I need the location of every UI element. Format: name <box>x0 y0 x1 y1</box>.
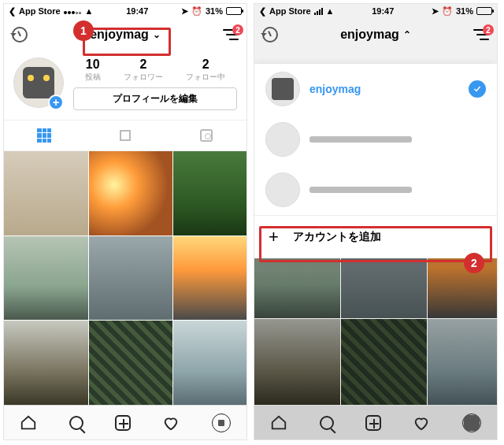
nav-search[interactable] <box>69 416 83 430</box>
location-icon: ➤ <box>432 6 439 17</box>
nav-profile[interactable] <box>212 413 231 432</box>
username-dropdown[interactable]: enjoymag ⌄ <box>90 28 161 42</box>
battery-pct: 31% <box>206 6 223 16</box>
battery-pct: 31% <box>456 6 473 16</box>
nav-profile[interactable] <box>462 413 481 432</box>
account-name: enjoymag <box>309 83 361 95</box>
feed-icon <box>120 130 131 141</box>
grid-icon <box>37 128 51 143</box>
status-bar: ❮ App Store ▲ 19:47 ➤ ⏰ 31% <box>4 4 246 18</box>
battery-icon <box>226 7 242 15</box>
plus-icon: + <box>269 227 279 247</box>
account-avatar <box>265 122 300 157</box>
profile-info: + 10投稿 2フォロワー 2フォロー中 プロフィールを編集 <box>4 51 246 113</box>
chevron-up-icon: ⌃ <box>403 29 411 40</box>
check-icon <box>469 80 486 98</box>
status-time: 19:47 <box>372 6 394 16</box>
account-name-redacted <box>309 136 412 143</box>
nav-home[interactable] <box>270 414 287 432</box>
status-back-app[interactable]: App Store <box>269 6 311 16</box>
chevron-down-icon: ⌄ <box>153 29 161 40</box>
account-switcher-sheet: enjoymag + アカウントを追加 <box>254 64 497 258</box>
nav-activity[interactable] <box>413 414 430 432</box>
nav-add[interactable] <box>115 415 131 431</box>
photo-cell <box>254 319 340 405</box>
status-time: 19:47 <box>126 6 148 16</box>
avatar-wrap[interactable]: + <box>13 57 64 110</box>
tagged-icon <box>200 129 213 142</box>
alarm-icon: ⏰ <box>191 6 202 17</box>
notification-badge: 2 <box>232 24 243 35</box>
account-row[interactable] <box>254 165 497 215</box>
tab-grid[interactable] <box>4 121 85 150</box>
photo-cell[interactable] <box>173 321 246 405</box>
photo-cell[interactable] <box>4 236 88 321</box>
view-tabs <box>4 120 246 151</box>
nav-home[interactable] <box>20 414 37 432</box>
bottom-nav <box>254 405 497 439</box>
photo-cell[interactable] <box>173 236 246 321</box>
stat-posts[interactable]: 10投稿 <box>85 57 101 83</box>
tab-feed[interactable] <box>85 121 166 150</box>
photo-cell[interactable] <box>4 151 88 235</box>
nav-add[interactable] <box>365 415 381 431</box>
battery-icon <box>476 7 492 15</box>
edit-profile-button[interactable]: プロフィールを編集 <box>73 87 237 110</box>
notification-badge: 2 <box>483 24 494 35</box>
wifi-icon: ▲ <box>326 6 335 16</box>
account-row-selected[interactable]: enjoymag <box>254 64 497 114</box>
photo-cell[interactable] <box>89 236 173 321</box>
menu-button[interactable]: 2 <box>223 29 239 40</box>
archive-icon[interactable] <box>12 27 28 43</box>
username-dropdown[interactable]: enjoymag ⌃ <box>340 28 411 42</box>
status-bar: ❮ App Store ▲ 19:47 ➤ ⏰ 31% <box>254 4 497 18</box>
stat-followers[interactable]: 2フォロワー <box>124 57 163 83</box>
wifi-icon: ▲ <box>85 6 94 16</box>
signal-icon <box>64 6 82 16</box>
stat-following[interactable]: 2フォロー中 <box>186 57 225 83</box>
phone-left: ❮ App Store ▲ 19:47 ➤ ⏰ 31% enjoymag ⌄ 2 <box>3 3 247 440</box>
profile-header: enjoymag ⌃ 2 <box>254 18 497 51</box>
alarm-icon: ⏰ <box>442 6 453 17</box>
phone-right: ❮ App Store ▲ 19:47 ➤ ⏰ 31% enjoymag ⌃ 2 <box>254 3 498 440</box>
username-label: enjoymag <box>90 28 149 42</box>
add-account-button[interactable]: + アカウントを追加 <box>254 215 497 258</box>
photo-cell <box>428 319 497 405</box>
profile-header: enjoymag ⌄ 2 <box>4 18 246 51</box>
nav-search[interactable] <box>320 416 334 430</box>
back-chevron-icon[interactable]: ❮ <box>9 6 16 17</box>
photo-grid <box>4 151 246 405</box>
signal-icon <box>314 8 323 15</box>
menu-button[interactable]: 2 <box>473 29 489 40</box>
photo-cell[interactable] <box>89 321 173 405</box>
account-avatar <box>265 72 300 106</box>
account-row[interactable] <box>254 114 497 165</box>
account-avatar <box>265 172 300 207</box>
account-name-redacted <box>309 187 412 193</box>
archive-icon[interactable] <box>262 27 278 43</box>
photo-cell[interactable] <box>4 321 88 405</box>
status-back-app[interactable]: App Store <box>19 6 61 16</box>
add-story-icon[interactable]: + <box>48 95 64 110</box>
nav-activity[interactable] <box>162 414 180 432</box>
location-icon: ➤ <box>181 6 188 17</box>
photo-cell[interactable] <box>173 151 246 235</box>
photo-cell <box>341 319 427 405</box>
tab-tagged[interactable] <box>165 121 246 150</box>
back-chevron-icon[interactable]: ❮ <box>259 6 266 17</box>
bottom-nav <box>4 405 246 439</box>
photo-cell[interactable] <box>89 151 173 235</box>
add-account-label: アカウントを追加 <box>293 230 381 244</box>
username-label: enjoymag <box>340 28 399 42</box>
